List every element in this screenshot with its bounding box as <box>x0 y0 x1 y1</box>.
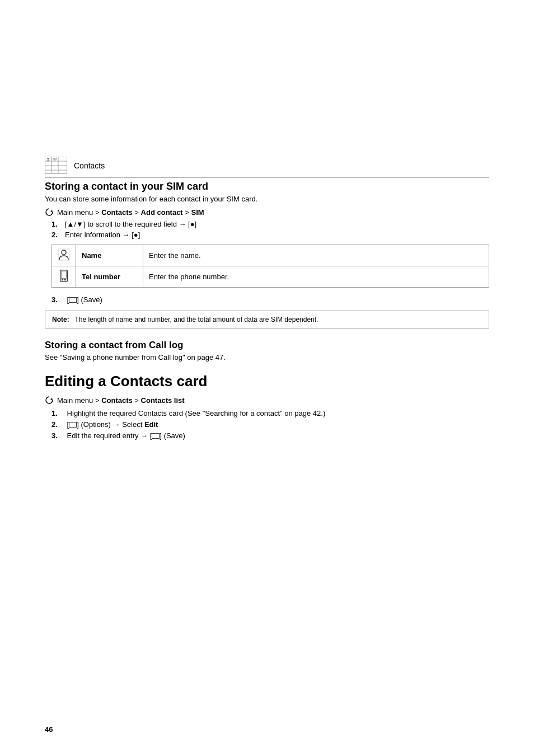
sim-menu-path: Main menu > Contacts > Add contact > SIM <box>45 208 489 217</box>
calllog-section-title: Storing a contact from Call log <box>45 340 489 351</box>
editing-step-3: 3. Edit the required entry → [ ] (Save) <box>51 431 489 440</box>
svg-rect-13 <box>61 271 66 279</box>
table-row: Name Enter the name. <box>52 245 489 266</box>
editing-step-2: 2. [ ] (Options) → Select Edit <box>51 420 489 429</box>
sim-note-box: Note: The length of name and number, and… <box>45 311 489 328</box>
editing-step-1: 1. Highlight the required Contacts card … <box>51 409 489 417</box>
tel-desc-cell: Enter the phone number. <box>143 266 489 288</box>
editing-steps-list: 1. Highlight the required Contacts card … <box>51 409 489 440</box>
sim-fields-table: Name Enter the name. Tel number Enter th… <box>51 245 489 288</box>
name-label-cell: Name <box>76 245 143 266</box>
storing-sim-subtitle: You can store some information for each … <box>45 195 489 203</box>
section-header: Contacts <box>45 34 489 177</box>
phone-icon <box>58 270 69 282</box>
menu-arrow-icon <box>45 208 54 217</box>
editing-menu-arrow-icon <box>45 396 54 405</box>
svg-rect-14 <box>62 279 63 281</box>
svg-point-10 <box>62 250 66 255</box>
sim-step-3: 3. [ ] (Save) <box>51 295 489 304</box>
tel-icon-cell <box>52 266 76 288</box>
calllog-section-text: See "Saving a phone number from Call log… <box>45 353 489 361</box>
contacts-icon <box>45 157 67 175</box>
table-row: Tel number Enter the phone number. <box>52 266 489 288</box>
note-label: Note: <box>52 316 69 323</box>
sim-step-1: 1. [▲/▼] to scroll to the required field… <box>51 220 489 228</box>
sim-steps-list: 1. [▲/▼] to scroll to the required field… <box>51 220 489 239</box>
section-header-label: Contacts <box>74 161 105 170</box>
editing-menu-path: Main menu > Contacts > Contacts list <box>45 396 489 405</box>
tel-label-cell: Tel number <box>76 266 143 288</box>
svg-point-6 <box>48 158 49 159</box>
name-desc-cell: Enter the name. <box>143 245 489 266</box>
person-icon <box>58 248 70 261</box>
name-icon-cell <box>52 245 76 266</box>
svg-rect-15 <box>64 279 66 281</box>
storing-sim-title: Storing a contact in your SIM card <box>45 181 489 192</box>
page: Contacts Storing a contact in your SIM c… <box>0 0 534 756</box>
sim-step-2: 2. Enter information → [●] <box>51 231 489 239</box>
editing-section-title: Editing a Contacts card <box>45 373 489 390</box>
note-text: The length of name and number, and the t… <box>71 316 318 323</box>
page-number: 46 <box>45 725 53 734</box>
svg-marker-9 <box>50 210 53 212</box>
svg-marker-16 <box>50 398 53 400</box>
